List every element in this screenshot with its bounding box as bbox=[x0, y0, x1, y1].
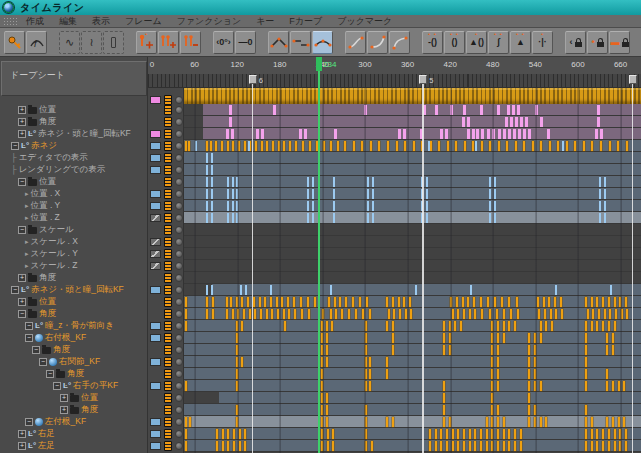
frame-ruler[interactable]: 060120180240300360420480540600660 bbox=[148, 57, 641, 74]
keyframe[interactable] bbox=[255, 141, 257, 151]
keyframe[interactable] bbox=[497, 429, 499, 439]
keyframe[interactable] bbox=[548, 297, 550, 307]
keyframe[interactable] bbox=[491, 321, 493, 331]
track-dot-toggle[interactable] bbox=[175, 190, 183, 198]
keyframe[interactable] bbox=[410, 309, 412, 319]
tree-row-21[interactable]: −角度 bbox=[0, 344, 148, 356]
keyframe-selected[interactable] bbox=[312, 201, 314, 211]
keyframe-selected[interactable] bbox=[240, 285, 242, 295]
keyframe[interactable] bbox=[271, 309, 273, 319]
keyframe-selected[interactable] bbox=[367, 189, 369, 199]
spline-interpolation-button[interactable] bbox=[312, 31, 333, 54]
keyframe[interactable] bbox=[508, 321, 510, 331]
keyframe[interactable] bbox=[618, 417, 620, 427]
keyframe[interactable] bbox=[520, 117, 523, 127]
keyframe[interactable] bbox=[551, 321, 553, 331]
track-color-chip[interactable] bbox=[150, 154, 161, 162]
keyframe[interactable] bbox=[497, 357, 499, 367]
keyframe[interactable] bbox=[623, 417, 625, 427]
keyframe[interactable] bbox=[583, 141, 585, 151]
keyframe[interactable] bbox=[309, 141, 311, 151]
track-dot-toggle[interactable] bbox=[175, 178, 183, 186]
tree-row-16[interactable]: −Ŀ°赤ネジ・頭と瞳_回転KF bbox=[0, 284, 148, 296]
keyframe[interactable] bbox=[369, 381, 371, 391]
keyframe-selected[interactable] bbox=[470, 285, 472, 295]
keyframe[interactable] bbox=[508, 297, 510, 307]
track-dot-toggle[interactable] bbox=[175, 262, 183, 270]
keyframe-selected[interactable] bbox=[367, 177, 369, 187]
track-dot-toggle[interactable] bbox=[175, 406, 183, 414]
tangent-edit-button[interactable]: ʃ• • bbox=[488, 31, 509, 54]
track-dot-toggle[interactable] bbox=[175, 226, 183, 234]
keyframe-selected[interactable] bbox=[307, 177, 309, 187]
keyframe[interactable] bbox=[612, 381, 614, 391]
keyframe[interactable] bbox=[452, 441, 454, 451]
tree-row-2[interactable]: +角度 bbox=[0, 116, 148, 128]
keyframe[interactable] bbox=[535, 105, 538, 115]
keyframe[interactable] bbox=[623, 381, 625, 391]
keyframe[interactable] bbox=[284, 321, 286, 331]
keyframe[interactable] bbox=[540, 381, 542, 391]
keyframe[interactable] bbox=[288, 309, 290, 319]
keyframe[interactable] bbox=[229, 117, 232, 127]
tree-row-11[interactable]: −スケール bbox=[0, 224, 148, 236]
keyframe[interactable] bbox=[247, 297, 249, 307]
keyframe-strip-icon[interactable] bbox=[164, 141, 172, 151]
keyframe[interactable] bbox=[398, 297, 400, 307]
keyframe[interactable] bbox=[326, 357, 328, 367]
keyframe[interactable] bbox=[231, 129, 234, 139]
track-arrow-icon[interactable]: ▸ bbox=[25, 250, 29, 258]
keyframe[interactable] bbox=[241, 357, 243, 367]
keyframe[interactable] bbox=[323, 141, 325, 151]
collapse-icon[interactable]: − bbox=[32, 346, 40, 354]
track-dot-toggle[interactable] bbox=[175, 418, 183, 426]
keyframe-selected[interactable] bbox=[211, 213, 213, 223]
keyframe[interactable] bbox=[585, 357, 587, 367]
track-dot-toggle[interactable] bbox=[175, 154, 183, 162]
keyframe[interactable] bbox=[528, 333, 530, 343]
tree-row-3[interactable]: +Ŀ°赤ネジ・頭と瞳_回転KF bbox=[0, 128, 148, 140]
keyframe[interactable] bbox=[447, 141, 449, 151]
track-dot-toggle[interactable] bbox=[175, 142, 183, 150]
keyframe[interactable] bbox=[501, 297, 503, 307]
keyframe[interactable] bbox=[491, 345, 493, 355]
keyframe[interactable] bbox=[534, 417, 536, 427]
track-dot-toggle[interactable] bbox=[175, 334, 183, 342]
keyframe[interactable] bbox=[534, 345, 536, 355]
keyframe-selected[interactable] bbox=[232, 201, 234, 211]
keyframe[interactable] bbox=[398, 129, 401, 139]
keyframe[interactable] bbox=[555, 309, 557, 319]
keyframe[interactable] bbox=[506, 141, 508, 151]
marker-handle[interactable] bbox=[629, 75, 637, 84]
keyframe-strip-icon[interactable] bbox=[164, 177, 172, 187]
keyframe[interactable] bbox=[554, 297, 556, 307]
keyframe[interactable] bbox=[326, 393, 328, 403]
keyframe[interactable] bbox=[429, 429, 431, 439]
keyframe[interactable] bbox=[591, 141, 593, 151]
track-dot-toggle[interactable] bbox=[175, 394, 183, 402]
keyframe[interactable] bbox=[503, 321, 505, 331]
keyframe[interactable] bbox=[264, 297, 266, 307]
keyframe[interactable] bbox=[443, 381, 445, 391]
keyframe-selected[interactable] bbox=[333, 189, 335, 199]
keyframe-selected[interactable] bbox=[236, 201, 238, 211]
keyframe[interactable] bbox=[606, 333, 608, 343]
keyframe[interactable] bbox=[503, 309, 505, 319]
collapse-icon[interactable]: − bbox=[11, 142, 19, 150]
keyframe-selected[interactable] bbox=[312, 177, 314, 187]
keyframe[interactable] bbox=[365, 333, 367, 343]
keyframe[interactable] bbox=[233, 441, 235, 451]
keyframe[interactable] bbox=[236, 333, 238, 343]
keyframe[interactable] bbox=[463, 105, 466, 115]
keyframe[interactable] bbox=[369, 309, 371, 319]
keyframe[interactable] bbox=[517, 309, 519, 319]
tree-row-22[interactable]: −右関節_KF bbox=[0, 356, 148, 368]
keyframe[interactable] bbox=[345, 297, 347, 307]
keyframe[interactable] bbox=[236, 381, 238, 391]
keyframe[interactable] bbox=[321, 369, 323, 379]
keyframe[interactable] bbox=[585, 333, 587, 343]
keyframe[interactable] bbox=[606, 345, 608, 355]
tree-row-23[interactable]: −角度 bbox=[0, 368, 148, 380]
keyframe[interactable] bbox=[403, 297, 405, 307]
keyframe[interactable] bbox=[359, 297, 361, 307]
